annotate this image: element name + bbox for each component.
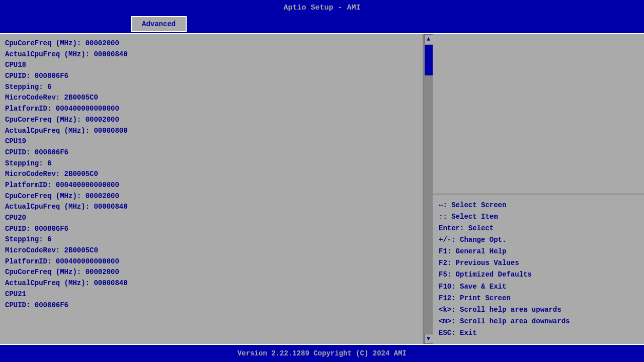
legend-line: ↕: Select Item — [439, 211, 638, 223]
legend-line: F10: Save & Exit — [439, 281, 638, 293]
scroll-down-arrow[interactable]: ▼ — [424, 334, 433, 344]
legend-line: F1: General Help — [439, 246, 638, 257]
cpu-info-line: CpuCoreFreq (MHz): 00002000 — [5, 115, 418, 126]
cpu-info-line: PlatformID: 000400000000000 — [5, 256, 418, 267]
legend-line: <k>: Scroll help area upwards — [439, 304, 638, 316]
legend-line: Enter: Select — [439, 223, 638, 234]
cpu-info-line: ActualCpuFreq (MHz): 00000800 — [5, 126, 418, 137]
legend-line: F12: Print Screen — [439, 293, 638, 304]
cpu-info-line: PlatformID: 000400000000000 — [5, 104, 418, 115]
scroll-thumb[interactable] — [425, 45, 433, 75]
cpu-info-line: CPUID: 000806F6 — [5, 147, 418, 158]
cpu-info-line: Stepping: 6 — [5, 82, 418, 93]
cpu-info-line: PlatformID: 000400000000000 — [5, 180, 418, 191]
cpu-info-line: CPU18 — [5, 60, 418, 71]
scrollbar[interactable]: ▲ ▼ — [424, 34, 433, 344]
app-title: Aptio Setup - AMI — [283, 4, 360, 12]
scroll-up-arrow[interactable]: ▲ — [424, 34, 433, 44]
cpu-info-line: ActualCpuFreq (MHz): 00000840 — [5, 278, 418, 289]
cpu-info-line: ActualCpuFreq (MHz): 00000840 — [5, 49, 418, 60]
cpu-info-line: ActualCpuFreq (MHz): 00000840 — [5, 202, 418, 213]
title-bar: Aptio Setup - AMI — [0, 0, 644, 15]
cpu-info-line: CPUID: 000806F6 — [5, 300, 418, 311]
footer-text: Version 2.22.1289 Copyright (C) 2024 AMI — [237, 349, 407, 357]
legend-line: <m>: Scroll help area downwards — [439, 316, 638, 327]
cpu-info-line: CPU20 — [5, 213, 418, 224]
legend-line: +/-: Change Opt. — [439, 234, 638, 246]
key-legend: ↔: Select Screen↕: Select ItemEnter: Sel… — [433, 195, 644, 344]
main-content: CpuCoreFreq (MHz): 00002000ActualCpuFreq… — [0, 33, 644, 345]
tab-advanced[interactable]: Advanced — [131, 16, 187, 32]
cpu-info-line: CPU21 — [5, 289, 418, 300]
cpu-info-line: CpuCoreFreq (MHz): 00002000 — [5, 267, 418, 278]
cpu-info-line: Stepping: 6 — [5, 158, 418, 169]
cpu-info-line: MicroCodeRev: 2B0005C0 — [5, 245, 418, 256]
legend-line: F2: Previous Values — [439, 257, 638, 269]
left-panel: CpuCoreFreq (MHz): 00002000ActualCpuFreq… — [0, 34, 424, 344]
legend-line: ↔: Select Screen — [439, 200, 638, 211]
footer: Version 2.22.1289 Copyright (C) 2024 AMI — [0, 345, 644, 362]
cpu-info-line: MicroCodeRev: 2B0005C0 — [5, 169, 418, 180]
cpu-info-list: CpuCoreFreq (MHz): 00002000ActualCpuFreq… — [5, 38, 418, 311]
right-panel: ↔: Select Screen↕: Select ItemEnter: Sel… — [433, 34, 644, 344]
cpu-info-line: CpuCoreFreq (MHz): 00002000 — [5, 38, 418, 49]
tab-bar: Advanced — [0, 15, 644, 33]
cpu-info-line: CpuCoreFreq (MHz): 00002000 — [5, 191, 418, 202]
cpu-info-line: CPUID: 000806F6 — [5, 224, 418, 235]
legend-line: ESC: Exit — [439, 327, 638, 339]
cpu-info-line: CPUID: 000806F6 — [5, 71, 418, 82]
help-area — [433, 34, 644, 195]
legend-line: F5: Optimized Defaults — [439, 269, 638, 281]
cpu-info-line: Stepping: 6 — [5, 234, 418, 245]
cpu-info-line: MicroCodeRev: 2B0005C0 — [5, 93, 418, 104]
cpu-info-line: CPU19 — [5, 136, 418, 147]
